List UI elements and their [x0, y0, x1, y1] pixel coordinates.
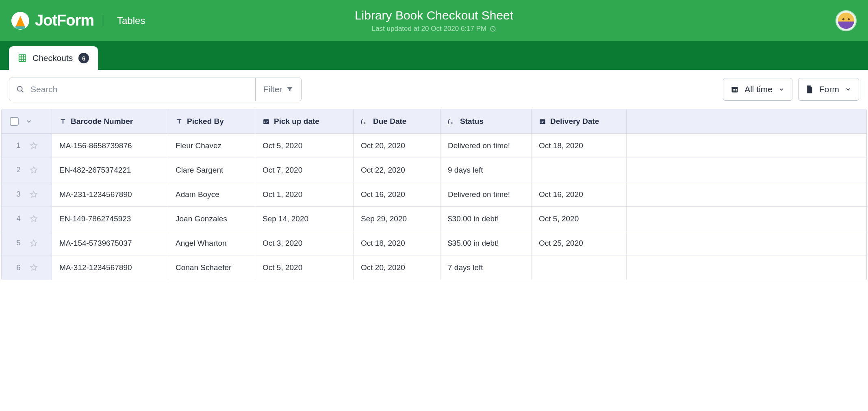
divider: [103, 14, 103, 28]
cell-status[interactable]: 9 days left: [441, 158, 532, 182]
row-gutter: 6: [2, 255, 52, 280]
cell-pickup-date[interactable]: Oct 5, 2020: [255, 255, 354, 280]
toolbar: Filter All time Form: [0, 70, 868, 109]
cell-due-date[interactable]: Oct 18, 2020: [354, 231, 441, 255]
column-header-due-date[interactable]: fx Due Date: [354, 109, 441, 133]
cell-delivery-date[interactable]: Oct 18, 2020: [532, 134, 627, 158]
cell-delivery-date[interactable]: Oct 5, 2020: [532, 207, 627, 231]
cell-picked-by[interactable]: Clare Sargent: [168, 158, 255, 182]
column-header-picked-by[interactable]: Picked By: [168, 109, 255, 133]
cell-pickup-date[interactable]: Oct 7, 2020: [255, 158, 354, 182]
cell-barcode[interactable]: MA-312-1234567890: [52, 255, 168, 280]
chevron-down-icon[interactable]: [25, 118, 33, 125]
row-number: 3: [15, 190, 22, 199]
svg-rect-23: [542, 121, 543, 121]
table-row[interactable]: 3 MA-231-1234567890 Adam Boyce Oct 1, 20…: [2, 182, 866, 207]
cell-picked-by[interactable]: Joan Gonzales: [168, 207, 255, 231]
cell-status[interactable]: Delivered on time!: [441, 182, 532, 206]
cell-picked-by[interactable]: Fleur Chavez: [168, 134, 255, 158]
cell-pickup-date[interactable]: Oct 3, 2020: [255, 231, 354, 255]
cell-picked-by[interactable]: Conan Schaefer: [168, 255, 255, 280]
cell-due-date[interactable]: Oct 22, 2020: [354, 158, 441, 182]
tab-label: Checkouts: [33, 53, 73, 63]
table-row[interactable]: 4 EN-149-7862745923 Joan Gonzales Sep 14…: [2, 207, 866, 231]
calendar-icon: [263, 118, 270, 125]
svg-rect-14: [267, 121, 268, 121]
table-header-row: Barcode Number Picked By Pick up date fx…: [2, 109, 866, 134]
cell-spacer: [627, 207, 866, 231]
search-input[interactable]: [30, 84, 249, 94]
star-icon[interactable]: [29, 141, 38, 150]
star-icon[interactable]: [29, 239, 38, 248]
filter-icon: [286, 86, 293, 93]
cell-due-date[interactable]: Oct 20, 2020: [354, 134, 441, 158]
text-icon: [176, 118, 183, 125]
cell-barcode[interactable]: MA-154-5739675037: [52, 231, 168, 255]
cell-picked-by[interactable]: Adam Boyce: [168, 182, 255, 206]
formula-icon: fx: [361, 118, 369, 125]
cell-delivery-date[interactable]: Oct 25, 2020: [532, 231, 627, 255]
cell-pickup-date[interactable]: Oct 1, 2020: [255, 182, 354, 206]
cell-pickup-date[interactable]: Sep 14, 2020: [255, 207, 354, 231]
svg-rect-24: [543, 121, 544, 121]
cell-due-date[interactable]: Oct 20, 2020: [354, 255, 441, 280]
cell-spacer: [627, 255, 866, 280]
cell-spacer: [627, 182, 866, 206]
table-row[interactable]: 5 MA-154-5739675037 Angel Wharton Oct 3,…: [2, 231, 866, 255]
table-row[interactable]: 2 EN-482-2675374221 Clare Sargent Oct 7,…: [2, 158, 866, 182]
star-icon[interactable]: [29, 190, 38, 199]
svg-text:f: f: [448, 119, 450, 124]
table-row[interactable]: 6 MA-312-1234567890 Conan Schaefer Oct 5…: [2, 255, 866, 280]
time-range-dropdown[interactable]: All time: [723, 78, 792, 101]
svg-text:x: x: [451, 121, 453, 124]
svg-rect-7: [736, 89, 737, 90]
row-number: 5: [15, 239, 22, 247]
form-menu-label: Form: [819, 84, 839, 94]
filter-button[interactable]: Filter: [255, 78, 301, 101]
column-label: Pick up date: [274, 117, 319, 126]
row-gutter: 3: [2, 182, 52, 206]
cell-status[interactable]: Delivered on time!: [441, 134, 532, 158]
title-block: Library Book Checkout Sheet Last updated…: [355, 9, 513, 33]
column-header-pickup-date[interactable]: Pick up date: [255, 109, 354, 133]
search-box[interactable]: [9, 78, 255, 101]
brand-section: JotForm Tables: [11, 12, 145, 30]
svg-rect-5: [733, 89, 734, 90]
star-icon[interactable]: [29, 214, 38, 223]
column-header-status[interactable]: fx Status: [441, 109, 532, 133]
form-menu-button[interactable]: Form: [798, 78, 859, 101]
cell-due-date[interactable]: Oct 16, 2020: [354, 182, 441, 206]
cell-picked-by[interactable]: Angel Wharton: [168, 231, 255, 255]
cell-delivery-date[interactable]: Oct 16, 2020: [532, 182, 627, 206]
cell-barcode[interactable]: MA-156-8658739876: [52, 134, 168, 158]
cell-barcode[interactable]: EN-149-7862745923: [52, 207, 168, 231]
svg-rect-12: [265, 121, 265, 121]
text-icon: [59, 118, 67, 125]
tab-checkouts[interactable]: Checkouts 6: [9, 46, 98, 70]
cell-status[interactable]: $35.00 in debt!: [441, 231, 532, 255]
cell-delivery-date[interactable]: [532, 255, 627, 280]
cell-due-date[interactable]: Sep 29, 2020: [354, 207, 441, 231]
svg-rect-22: [541, 121, 542, 121]
filter-label: Filter: [263, 84, 282, 94]
column-header-delivery-date[interactable]: Delivery Date: [532, 109, 627, 133]
svg-text:f: f: [361, 119, 363, 124]
cell-barcode[interactable]: EN-482-2675374221: [52, 158, 168, 182]
cell-delivery-date[interactable]: [532, 158, 627, 182]
grid-icon: [18, 54, 27, 63]
cell-pickup-date[interactable]: Oct 5, 2020: [255, 134, 354, 158]
row-number: 2: [15, 166, 22, 174]
star-icon[interactable]: [29, 166, 38, 175]
cell-barcode[interactable]: MA-231-1234567890: [52, 182, 168, 206]
table-row[interactable]: 1 MA-156-8658739876 Fleur Chavez Oct 5, …: [2, 134, 866, 158]
data-table: Barcode Number Picked By Pick up date fx…: [1, 109, 867, 280]
cell-status[interactable]: $30.00 in debt!: [441, 207, 532, 231]
star-icon[interactable]: [29, 263, 38, 272]
svg-rect-26: [542, 122, 543, 123]
row-gutter: 5: [2, 231, 52, 255]
user-avatar[interactable]: [835, 10, 857, 31]
cell-spacer: [627, 134, 866, 158]
cell-status[interactable]: 7 days left: [441, 255, 532, 280]
column-header-barcode[interactable]: Barcode Number: [52, 109, 168, 133]
select-all-checkbox[interactable]: [10, 117, 19, 126]
